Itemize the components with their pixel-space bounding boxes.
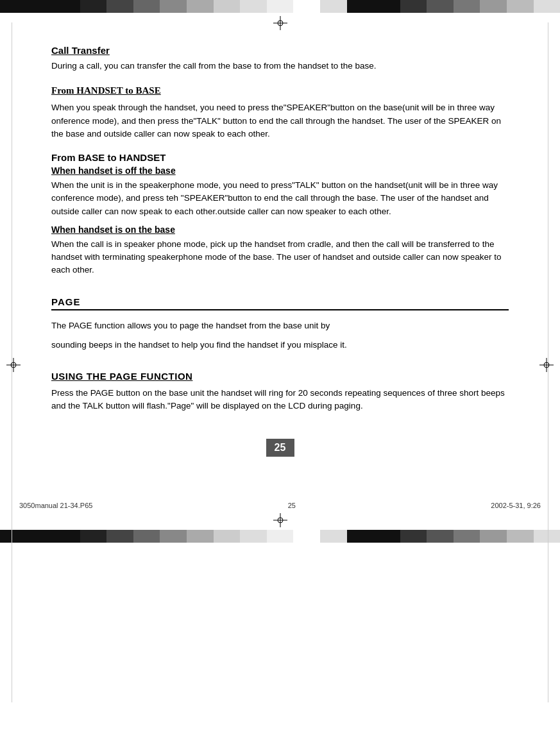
handset-to-base-title: From HANDSET to BASE — [51, 85, 509, 96]
bottom-decorative-strip — [0, 530, 560, 543]
strip-seg-14 — [427, 0, 454, 13]
crosshair-bottom — [273, 513, 287, 527]
strip-seg-4 — [133, 0, 160, 13]
handset-to-base-body: When you speak through the handset, you … — [51, 101, 509, 140]
strip-seg-12 — [347, 0, 400, 13]
strip-seg-18 — [534, 0, 560, 13]
when-on-subtitle: When handset is on the base — [51, 225, 509, 235]
crosshair-left — [6, 358, 21, 374]
footer: 3050manual 21-34.P65 25 2002-5-31, 9:26 — [0, 502, 560, 509]
bot-strip-seg-5 — [160, 530, 187, 543]
when-off-subsection: When handset is off the base When the un… — [51, 165, 509, 218]
crosshair-right — [539, 358, 554, 374]
strip-seg-5 — [160, 0, 187, 13]
base-to-handset-section: From BASE to HANDSET When handset is off… — [51, 152, 509, 277]
strip-seg-11 — [320, 0, 347, 13]
bot-strip-seg-10 — [293, 530, 320, 543]
strip-seg-1 — [0, 0, 80, 13]
bot-strip-seg-15 — [454, 530, 480, 543]
page-title-block: PAGE — [51, 296, 509, 310]
strip-seg-7 — [214, 0, 241, 13]
call-transfer-body: During a call, you can transfer the call… — [51, 60, 509, 72]
page-body2: sounding beeps in the handset to help yo… — [51, 339, 509, 352]
strip-seg-6 — [187, 0, 214, 13]
strip-seg-15 — [454, 0, 480, 13]
page-number: 25 — [266, 439, 294, 457]
strip-seg-9 — [267, 0, 294, 13]
bot-strip-seg-4 — [133, 530, 160, 543]
strip-seg-17 — [507, 0, 534, 13]
crosshair-bottom-area — [0, 513, 560, 527]
handset-to-base-section: From HANDSET to BASE When you speak thro… — [51, 85, 509, 140]
top-decorative-strip — [0, 0, 560, 13]
bot-strip-seg-14 — [427, 530, 454, 543]
using-page-section: USING THE PAGE FUNCTION Press the PAGE b… — [51, 371, 509, 413]
using-page-body: Press the PAGE button on the base unit t… — [51, 387, 509, 413]
strip-seg-8 — [240, 0, 267, 13]
bot-strip-seg-6 — [187, 530, 214, 543]
footer-right: 2002-5-31, 9:26 — [491, 502, 541, 509]
when-on-subsection: When handset is on the base When the cal… — [51, 225, 509, 277]
main-content: Call Transfer During a call, you can tra… — [0, 32, 560, 495]
bot-strip-seg-12 — [347, 530, 400, 543]
strip-seg-16 — [480, 0, 507, 13]
bot-strip-seg-17 — [507, 530, 534, 543]
page-title: PAGE — [51, 296, 509, 310]
bot-strip-seg-2 — [80, 530, 107, 543]
bot-strip-seg-8 — [240, 530, 267, 543]
call-transfer-section: Call Transfer During a call, you can tra… — [51, 45, 509, 72]
crosshair-top — [273, 16, 287, 32]
bot-strip-seg-3 — [106, 530, 133, 543]
footer-center: 25 — [288, 502, 296, 509]
top-crosshair-area — [0, 13, 560, 32]
bot-strip-seg-13 — [400, 530, 427, 543]
when-off-body: When the unit is in the speakerphone mod… — [51, 179, 509, 218]
base-to-handset-title: From BASE to HANDSET — [51, 152, 509, 163]
bot-strip-seg-16 — [480, 530, 507, 543]
footer-left: 3050manual 21-34.P65 — [19, 502, 92, 509]
bot-strip-seg-11 — [320, 530, 347, 543]
when-on-body: When the call is in speaker phone mode, … — [51, 238, 509, 277]
page-section: PAGE The PAGE function allows you to pag… — [51, 296, 509, 352]
page-number-container: 25 — [51, 439, 509, 457]
bot-strip-seg-9 — [267, 530, 294, 543]
strip-seg-3 — [106, 0, 133, 13]
strip-seg-13 — [400, 0, 427, 13]
bot-strip-seg-7 — [214, 530, 241, 543]
using-page-title: USING THE PAGE FUNCTION — [51, 371, 509, 382]
strip-seg-10 — [293, 0, 320, 13]
call-transfer-title: Call Transfer — [51, 45, 509, 56]
page-body1: The PAGE function allows you to page the… — [51, 319, 509, 332]
strip-seg-2 — [80, 0, 107, 13]
when-off-subtitle: When handset is off the base — [51, 165, 509, 176]
